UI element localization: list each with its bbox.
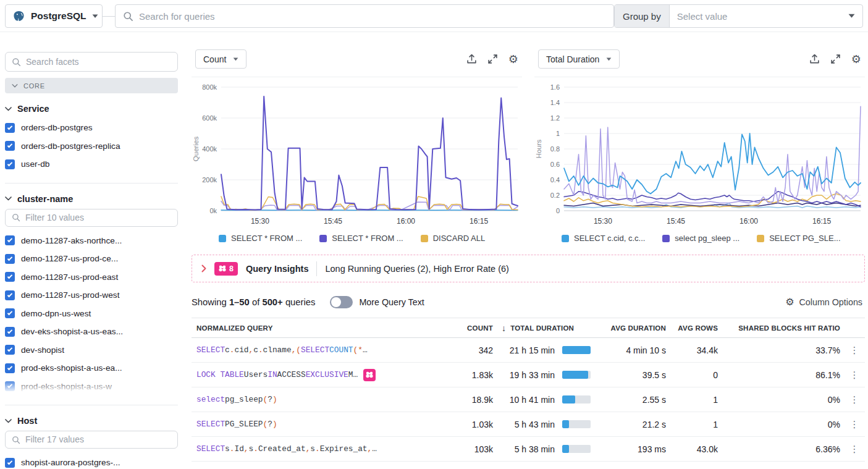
normalized-query: SELECT PG_SLEEP ( ? ) bbox=[192, 420, 451, 429]
facet-group-service[interactable]: Service bbox=[5, 104, 178, 114]
query-search-input[interactable] bbox=[139, 11, 606, 22]
facet-item[interactable]: demo-11287-us-prod-west bbox=[5, 286, 178, 305]
export-icon[interactable] bbox=[809, 54, 820, 64]
expand-icon[interactable] bbox=[830, 54, 841, 64]
more-query-text-toggle[interactable] bbox=[330, 296, 353, 308]
checkbox-checked-icon[interactable] bbox=[5, 235, 15, 245]
table-body: SELECT c.cid, c.clname, ( SELECT COUNT (… bbox=[192, 338, 865, 462]
group-by-control[interactable]: Group by Select value bbox=[614, 4, 863, 28]
facet-item[interactable]: orders-db-postgres-replica bbox=[5, 137, 178, 156]
facet-group-host[interactable]: Host bbox=[5, 416, 178, 426]
legend-item[interactable]: SELECT * FROM ... bbox=[319, 234, 403, 243]
checkbox-checked-icon[interactable] bbox=[5, 381, 15, 391]
facet-item[interactable]: prod-eks-shopist-a-us-w bbox=[5, 378, 178, 396]
duration-metric-selector[interactable]: Total Duration bbox=[538, 49, 620, 69]
facet-item[interactable]: user-db bbox=[5, 155, 178, 174]
row-kebab-menu[interactable]: ⋮ bbox=[844, 394, 865, 405]
facet-label: dev-shopist bbox=[21, 345, 64, 355]
facet-item[interactable]: prod-eks-shopist-a-us-ea... bbox=[5, 359, 178, 378]
query-search[interactable] bbox=[115, 4, 614, 28]
product-selector[interactable]: PostgreSQL bbox=[5, 4, 103, 28]
facet-label: orders-db-postgres-replica bbox=[21, 142, 120, 151]
cluster-filter-input[interactable] bbox=[25, 213, 171, 222]
svg-text:1.4: 1.4 bbox=[550, 99, 560, 106]
host-filter[interactable] bbox=[5, 431, 178, 449]
checkbox-checked-icon[interactable] bbox=[5, 141, 15, 151]
facet-search-input[interactable] bbox=[26, 57, 171, 67]
checkbox-checked-icon[interactable] bbox=[5, 272, 15, 282]
chevron-down-icon bbox=[5, 196, 12, 201]
search-icon bbox=[12, 213, 20, 222]
facet-item[interactable]: dev-eks-shopist-a-us-eas... bbox=[5, 323, 178, 341]
svg-text:800k: 800k bbox=[202, 83, 217, 91]
connector-line bbox=[103, 16, 115, 17]
row-kebab-menu[interactable]: ⋮ bbox=[844, 444, 865, 455]
group-by-value[interactable]: Select value bbox=[670, 5, 848, 27]
legend-item[interactable]: DISCARD ALL bbox=[421, 234, 486, 243]
svg-text:0.4: 0.4 bbox=[550, 176, 560, 184]
legend-item[interactable]: SELECT PG_SLE... bbox=[757, 234, 840, 243]
facet-item[interactable]: demo-dpn-us-west bbox=[5, 305, 178, 323]
checkbox-checked-icon[interactable] bbox=[5, 159, 15, 169]
legend-item[interactable]: SELECT * FROM ... bbox=[219, 234, 302, 243]
svg-text:16:00: 16:00 bbox=[739, 217, 758, 226]
svg-text:600k: 600k bbox=[202, 114, 217, 122]
facet-item[interactable]: shopist-aurora-postgres-... bbox=[5, 454, 178, 469]
table-row[interactable]: SELECT c.cid, c.clname, ( SELECT COUNT (… bbox=[192, 338, 865, 363]
checkbox-checked-icon[interactable] bbox=[5, 308, 15, 318]
cluster-filter[interactable] bbox=[5, 209, 178, 227]
column-options-button[interactable]: ⚙ Column Options bbox=[785, 297, 865, 307]
checkbox-checked-icon[interactable] bbox=[5, 458, 15, 468]
legend-item[interactable]: SELECT c.cid, c.c... bbox=[562, 234, 645, 243]
gear-icon[interactable]: ⚙ bbox=[508, 54, 518, 65]
facet-item[interactable]: orders-db-postgres bbox=[5, 119, 178, 137]
count-metric-selector[interactable]: Count bbox=[195, 49, 246, 69]
table-row[interactable]: SELECT s. Id, s. Created_at, s. Expires_… bbox=[192, 437, 865, 462]
checkbox-checked-icon[interactable] bbox=[5, 345, 15, 355]
gear-icon[interactable]: ⚙ bbox=[851, 54, 861, 65]
table-row[interactable]: select pg_sleep ( ? )18.9k10 h 41 min2.5… bbox=[192, 387, 865, 412]
checkbox-checked-icon[interactable] bbox=[5, 254, 15, 264]
facets-sidebar: CORE Service orders-db-postgresorders-db… bbox=[0, 32, 183, 469]
svg-text:0.2: 0.2 bbox=[550, 192, 560, 199]
checkbox-checked-icon[interactable] bbox=[5, 123, 15, 133]
duration-bar bbox=[555, 371, 592, 379]
hit-ratio-value: 0% bbox=[720, 420, 844, 429]
facet-item[interactable]: demo-11287-us-prod-east bbox=[5, 268, 178, 287]
svg-text:15:30: 15:30 bbox=[594, 217, 612, 226]
legend-item[interactable]: select pg_sleep ... bbox=[662, 234, 739, 243]
table-row[interactable]: LOCK TABLE Users IN ACCESS EXCLUSIVE M…1… bbox=[192, 363, 865, 387]
hit-ratio-value: 0% bbox=[720, 395, 844, 405]
normalized-query: select pg_sleep ( ? ) bbox=[192, 395, 451, 404]
table-row[interactable]: SELECT PG_SLEEP ( ? )1.03k5 h 43 min21.2… bbox=[192, 412, 865, 437]
svg-text:Hours: Hours bbox=[535, 139, 542, 158]
facet-item[interactable]: demo-11287-us-prod-ce... bbox=[5, 250, 178, 268]
export-icon[interactable] bbox=[466, 54, 477, 64]
legend-label: select pg_sleep ... bbox=[675, 234, 739, 243]
facet-group-cluster-name[interactable]: cluster-name bbox=[5, 194, 178, 204]
column-header-count[interactable]: COUNT bbox=[451, 324, 493, 332]
column-header-total-duration[interactable]: ↓ TOTAL DURATION bbox=[493, 323, 592, 333]
column-header-avg-rows[interactable]: AVG ROWS bbox=[666, 324, 720, 332]
facet-item[interactable]: demo-11287-aks-northce... bbox=[5, 232, 178, 250]
facet-item[interactable]: dev-shopist bbox=[5, 341, 178, 360]
service-facet-list: orders-db-postgresorders-db-postgres-rep… bbox=[5, 119, 178, 174]
expand-icon[interactable] bbox=[487, 54, 498, 64]
row-kebab-menu[interactable]: ⋮ bbox=[844, 345, 865, 356]
column-header-hit-ratio[interactable]: SHARED BLOCKS HIT RATIO bbox=[720, 324, 844, 332]
query-insights-banner[interactable]: 8 Query Insights Long Running Queries (2… bbox=[192, 255, 865, 282]
facet-search[interactable] bbox=[5, 52, 178, 72]
duration-timeseries-chart[interactable]: 00.20.40.60.811.21.41.615:3015:4516:0016… bbox=[534, 78, 865, 228]
row-kebab-menu[interactable]: ⋮ bbox=[844, 370, 865, 381]
checkbox-checked-icon[interactable] bbox=[5, 327, 15, 337]
count-timeseries-chart[interactable]: 0k200k400k600k800k15:3015:4516:0016:15Qu… bbox=[192, 78, 522, 228]
column-header-normalized-query[interactable]: NORMALIZED QUERY bbox=[192, 324, 451, 332]
core-section-toggle[interactable]: CORE bbox=[5, 78, 178, 93]
host-filter-input[interactable] bbox=[25, 435, 171, 444]
svg-text:15:30: 15:30 bbox=[251, 217, 269, 226]
row-kebab-menu[interactable]: ⋮ bbox=[844, 419, 865, 430]
checkbox-checked-icon[interactable] bbox=[5, 290, 15, 300]
gear-icon: ⚙ bbox=[785, 297, 794, 307]
checkbox-checked-icon[interactable] bbox=[5, 363, 15, 373]
column-header-avg-duration[interactable]: AVG DURATION bbox=[592, 324, 666, 332]
